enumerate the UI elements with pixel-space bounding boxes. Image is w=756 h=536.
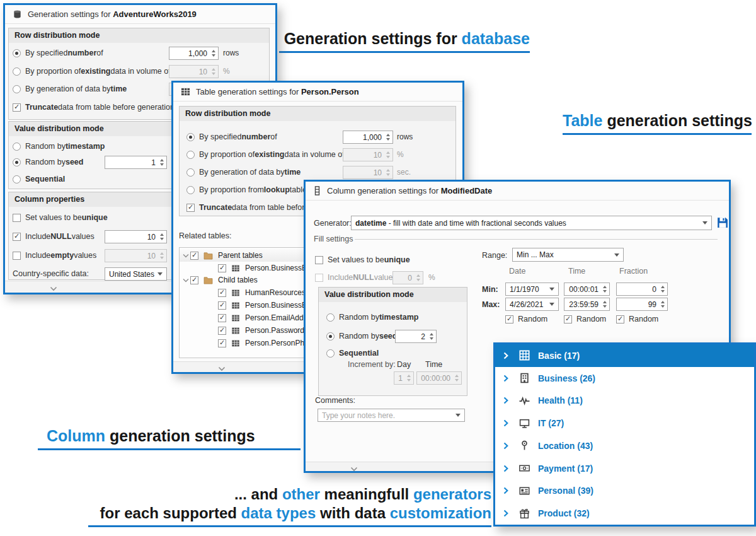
radio-button[interactable] [13,49,21,57]
chevron-right-icon[interactable] [503,442,508,450]
save-icon[interactable] [717,217,728,228]
increment-time-spinner[interactable]: 00:00:00 [416,371,462,385]
category-row-health[interactable]: Health (11) [495,390,754,412]
radio-button[interactable] [186,186,195,194]
checkbox[interactable] [218,301,226,310]
max-fraction-spinner[interactable]: 99 [616,298,668,311]
country-dropdown[interactable]: United States [105,267,167,281]
generator-dropdown[interactable]: datetime - fill with date and time with … [351,216,712,230]
chevron-right-icon[interactable] [503,352,508,359]
checkbox-row-null[interactable]: Include NULL values [315,271,397,284]
spinner-arrows[interactable] [603,286,607,293]
spinner-arrows[interactable] [386,169,390,176]
chevron-right-icon[interactable] [503,510,508,517]
min-time-spinner[interactable]: 00:00:01 [564,283,610,296]
checkbox[interactable] [218,327,226,335]
spinner-arrows[interactable] [160,233,164,240]
checkbox[interactable] [616,315,624,323]
rows-count-spinner[interactable]: 1,000 [343,131,393,144]
category-row-basic[interactable]: Basic (17) [495,344,754,367]
radio-button[interactable] [13,158,21,166]
chevron-down-icon[interactable] [183,276,190,284]
min-date-dropdown[interactable]: 1/1/1970 [505,283,559,296]
checkbox[interactable] [315,256,323,264]
chevron-right-icon[interactable] [503,465,508,472]
radio-button[interactable] [326,332,335,341]
checkbox-row-unique[interactable]: Set values to be unique [13,211,108,224]
scroll-down-hint[interactable] [50,283,57,294]
checkbox-row-random-date[interactable]: Random [505,312,547,326]
radio-row-by-proportion[interactable]: By proportion of existing data in volume… [13,64,171,78]
radio-button[interactable] [13,143,21,151]
radio-row-by-number[interactable]: By specified number of [13,46,103,60]
radio-row-sequential[interactable]: Sequential [13,172,65,186]
radio-row-by-proportion[interactable]: By proportion of existing data in volume… [186,148,345,161]
checkbox[interactable] [218,339,226,347]
radio-row-sequential[interactable]: Sequential [326,346,379,360]
spinner-arrows[interactable] [603,301,607,308]
checkbox[interactable] [190,252,198,260]
radio-row-random-seed[interactable]: Random by seed [13,155,83,169]
category-row-it[interactable]: IT (27) [495,412,754,434]
checkbox[interactable] [190,276,198,284]
radio-row-random-timestamp[interactable]: Random by timestamp [13,139,105,153]
checkbox[interactable] [13,252,21,260]
radio-button[interactable] [13,85,21,93]
category-row-location[interactable]: Location (43) [495,434,754,457]
radio-row-random-seed[interactable]: Random by seed [326,329,397,343]
checkbox-row-null[interactable]: Include NULL values [13,230,94,243]
radio-button[interactable] [326,349,335,358]
checkbox-row-random-fraction[interactable]: Random [616,312,658,326]
checkbox-row-random-time[interactable]: Random [564,312,606,326]
spinner-arrows[interactable] [160,252,164,259]
spinner-arrows[interactable] [430,333,433,340]
checkbox[interactable] [315,274,323,282]
chevron-down-icon[interactable] [183,251,190,260]
radio-button[interactable] [186,133,195,141]
spinner-arrows[interactable] [661,286,665,293]
range-dropdown[interactable]: Min ... Max [512,248,624,262]
comments-input[interactable]: Type your notes here. [318,409,465,422]
scroll-down-hint[interactable] [350,463,358,474]
null-percent-spinner[interactable]: 0 [392,271,423,284]
spinner-arrows[interactable] [212,68,215,75]
empty-percent-spinner[interactable]: 10 [105,249,167,262]
chevron-right-icon[interactable] [503,375,508,382]
checkbox[interactable] [186,204,195,212]
checkbox-row-truncate[interactable]: Truncate data from table before [186,201,309,214]
radio-row-lookup[interactable]: By proportion from lookup table [186,183,307,197]
rows-count-spinner[interactable]: 1,000 [169,47,219,60]
proportion-spinner[interactable]: 10 [169,65,219,78]
spinner-arrows[interactable] [386,151,390,158]
radio-button[interactable] [13,175,21,184]
checkbox[interactable] [564,315,572,323]
checkbox[interactable] [218,264,226,272]
radio-button[interactable] [326,313,335,322]
category-row-personal[interactable]: Personal (39) [495,480,754,503]
spinner-arrows[interactable] [661,301,665,308]
spinner-arrows[interactable] [455,375,459,382]
proportion-spinner[interactable]: 10 [343,148,393,161]
checkbox[interactable] [13,103,21,112]
max-time-spinner[interactable]: 23:59:59 [564,298,610,311]
checkbox[interactable] [218,314,226,322]
radio-button[interactable] [13,67,21,76]
radio-button[interactable] [186,151,195,159]
chevron-right-icon[interactable] [503,419,508,427]
spinner-arrows[interactable] [416,274,420,281]
spinner-arrows[interactable] [160,159,164,166]
null-percent-spinner[interactable]: 10 [105,230,167,243]
scroll-down-hint[interactable] [218,363,226,374]
radio-button[interactable] [186,168,195,177]
checkbox-row-unique[interactable]: Set values to be unique [315,253,410,267]
category-row-business[interactable]: Business (26) [495,367,754,390]
checkbox-row-empty[interactable]: Include empty values [13,248,96,262]
chevron-right-icon[interactable] [503,397,508,404]
spinner-arrows[interactable] [212,50,215,57]
chevron-right-icon[interactable] [503,487,508,494]
spinner-arrows[interactable] [407,375,411,382]
checkbox[interactable] [13,214,21,222]
time-spinner[interactable]: 10 [343,166,393,179]
checkbox-row-truncate[interactable]: Truncate data from table before generati… [13,100,175,114]
spinner-arrows[interactable] [386,134,390,141]
